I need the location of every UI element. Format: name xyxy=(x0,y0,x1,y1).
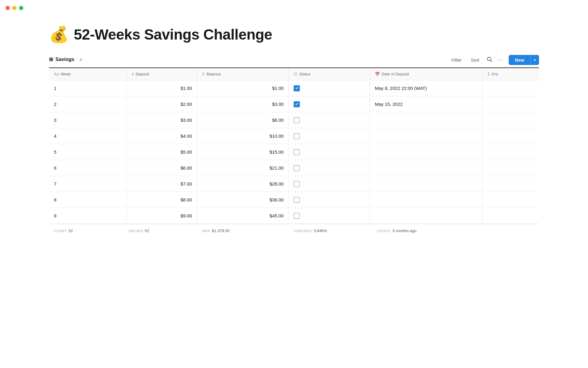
cell-week-8[interactable]: 9 xyxy=(49,208,126,224)
footer-checked-value: 3.846% xyxy=(314,228,327,233)
cell-deposit-3[interactable]: $4.00 xyxy=(126,128,197,144)
search-button[interactable] xyxy=(487,56,492,63)
cell-date-6[interactable] xyxy=(370,176,482,192)
cell-deposit-4[interactable]: $5.00 xyxy=(126,144,197,160)
week-value-1: 2 xyxy=(54,102,56,107)
status-col-icon: ☑ xyxy=(294,72,297,76)
cell-week-5[interactable]: 6 xyxy=(49,160,126,176)
cell-deposit-8[interactable]: $9.00 xyxy=(126,208,197,224)
checkbox-unchecked-8[interactable] xyxy=(294,213,300,219)
cell-balance-7[interactable]: $36.00 xyxy=(197,192,288,208)
cell-pro-3[interactable] xyxy=(483,128,539,144)
new-button-group: New ▾ xyxy=(509,55,539,65)
cell-status-6[interactable] xyxy=(289,176,370,192)
filter-button[interactable]: Filter xyxy=(450,56,463,64)
col-header-status[interactable]: ☑ Status xyxy=(289,68,370,80)
cell-week-1[interactable]: 2 xyxy=(49,96,126,112)
cell-pro-6[interactable] xyxy=(483,176,539,192)
date-col-label: Date of Deposit xyxy=(382,72,409,76)
week-value-4: 5 xyxy=(54,149,56,155)
add-tab-button[interactable]: + xyxy=(78,56,84,63)
cell-date-7[interactable] xyxy=(370,192,482,208)
cell-balance-0[interactable]: $1.00 xyxy=(197,80,288,96)
col-header-pro[interactable]: Σ Pro xyxy=(483,68,539,80)
cell-status-2[interactable] xyxy=(289,112,370,128)
cell-status-1[interactable] xyxy=(289,96,370,112)
cell-week-4[interactable]: 5 xyxy=(49,144,126,160)
cell-date-4[interactable] xyxy=(370,144,482,160)
cell-deposit-7[interactable]: $8.00 xyxy=(126,192,197,208)
maximize-button[interactable] xyxy=(19,6,23,10)
checkbox-unchecked-5[interactable] xyxy=(294,165,300,171)
balance-value-8: $45.00 xyxy=(270,213,284,218)
cell-status-4[interactable] xyxy=(289,144,370,160)
cell-status-8[interactable] xyxy=(289,208,370,224)
cell-status-0[interactable] xyxy=(289,80,370,96)
svg-line-1 xyxy=(491,60,492,62)
table-row: 5 $5.00 $15.00 xyxy=(49,144,539,160)
table-footer: COUNT 52 VALUES 52 MAX $1,378.00 CHECKED… xyxy=(49,224,539,237)
deposit-value-8: $9.00 xyxy=(180,213,192,218)
col-header-date[interactable]: 📅 Date of Deposit xyxy=(370,68,482,80)
checkbox-unchecked-2[interactable] xyxy=(294,117,300,123)
cell-deposit-2[interactable]: $3.00 xyxy=(126,112,197,128)
checkbox-checked-1[interactable] xyxy=(294,101,300,107)
tab-label: Savings xyxy=(55,57,74,62)
cell-status-7[interactable] xyxy=(289,192,370,208)
table-row: 4 $4.00 $10.00 xyxy=(49,128,539,144)
col-header-deposit[interactable]: # Deposit xyxy=(126,68,197,80)
balance-value-7: $36.00 xyxy=(270,197,284,202)
tab-savings[interactable]: ⊞ Savings xyxy=(49,56,74,63)
minimize-button[interactable] xyxy=(12,6,17,10)
cell-balance-2[interactable]: $6.00 xyxy=(197,112,288,128)
cell-pro-1[interactable] xyxy=(483,96,539,112)
footer-max: MAX $1,378.00 xyxy=(202,228,282,233)
cell-date-1[interactable]: May 15, 2022 xyxy=(370,96,482,112)
new-button[interactable]: New xyxy=(509,55,530,65)
checkbox-unchecked-3[interactable] xyxy=(294,133,300,139)
cell-deposit-0[interactable]: $1.00 xyxy=(126,80,197,96)
col-header-week[interactable]: Aa Week xyxy=(49,68,126,80)
cell-deposit-6[interactable]: $7.00 xyxy=(126,176,197,192)
cell-balance-6[interactable]: $28.00 xyxy=(197,176,288,192)
footer-values-label: VALUES xyxy=(129,229,143,233)
cell-week-7[interactable]: 8 xyxy=(49,192,126,208)
cell-pro-7[interactable] xyxy=(483,192,539,208)
cell-date-3[interactable] xyxy=(370,128,482,144)
sort-button[interactable]: Sort xyxy=(469,56,481,64)
cell-status-3[interactable] xyxy=(289,128,370,144)
page-content: 💰 52-Weeks Savings Challenge ⊞ Savings +… xyxy=(0,16,588,237)
cell-balance-8[interactable]: $45.00 xyxy=(197,208,288,224)
checkbox-checked-0[interactable] xyxy=(294,85,300,91)
cell-date-2[interactable] xyxy=(370,112,482,128)
checkbox-unchecked-6[interactable] xyxy=(294,181,300,187)
cell-pro-8[interactable] xyxy=(483,208,539,224)
cell-deposit-5[interactable]: $6.00 xyxy=(126,160,197,176)
cell-balance-3[interactable]: $10.00 xyxy=(197,128,288,144)
cell-deposit-1[interactable]: $2.00 xyxy=(126,96,197,112)
checkbox-unchecked-4[interactable] xyxy=(294,149,300,155)
footer-count: COUNT 52 xyxy=(49,228,116,233)
more-options-button[interactable]: ··· xyxy=(498,57,503,63)
cell-status-5[interactable] xyxy=(289,160,370,176)
cell-week-0[interactable]: 1 xyxy=(49,80,126,96)
cell-week-2[interactable]: 3 xyxy=(49,112,126,128)
footer-latest: LATEST 3 months ago xyxy=(377,228,475,233)
cell-pro-2[interactable] xyxy=(483,112,539,128)
new-button-arrow[interactable]: ▾ xyxy=(530,55,539,65)
cell-balance-4[interactable]: $15.00 xyxy=(197,144,288,160)
date-value-0: May 8, 2022 22:00 (WAT) xyxy=(375,86,427,91)
cell-pro-5[interactable] xyxy=(483,160,539,176)
cell-balance-5[interactable]: $21.00 xyxy=(197,160,288,176)
cell-pro-4[interactable] xyxy=(483,144,539,160)
cell-date-5[interactable] xyxy=(370,160,482,176)
cell-date-8[interactable] xyxy=(370,208,482,224)
cell-pro-0[interactable] xyxy=(483,80,539,96)
col-header-balance[interactable]: Σ Balance xyxy=(197,68,288,80)
cell-week-6[interactable]: 7 xyxy=(49,176,126,192)
cell-balance-1[interactable]: $3.00 xyxy=(197,96,288,112)
checkbox-unchecked-7[interactable] xyxy=(294,197,300,203)
cell-date-0[interactable]: May 8, 2022 22:00 (WAT) xyxy=(370,80,482,96)
close-button[interactable] xyxy=(6,6,10,10)
cell-week-3[interactable]: 4 xyxy=(49,128,126,144)
